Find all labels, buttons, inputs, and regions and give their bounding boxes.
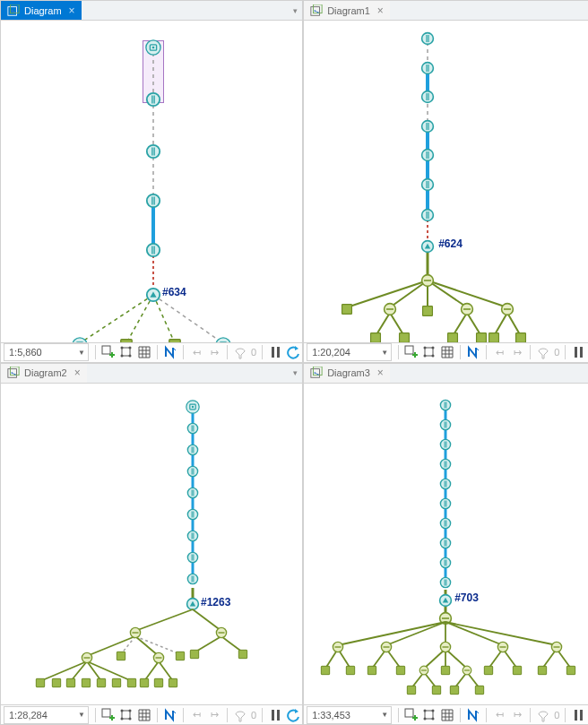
filter-count: 0 [249,347,258,358]
close-icon[interactable]: × [377,367,384,378]
scale-combo[interactable]: 1:33,453▼ [307,706,392,724]
pause-icon [571,709,585,721]
filter-count: 0 [249,710,258,721]
add-features-button[interactable] [402,343,420,361]
pause-icon [571,346,585,358]
tab-diagram3[interactable]: Diagram3 × [304,364,390,383]
svg-line-79 [445,649,467,669]
align-vertices-button[interactable] [117,706,135,724]
step-forward-button[interactable]: ↦ [508,343,526,361]
refresh-button[interactable] [284,706,302,724]
grid-button[interactable] [135,343,153,361]
close-icon[interactable]: × [74,367,81,378]
diagram-graph [1,384,302,705]
svg-line-42 [428,281,467,307]
svg-line-71 [445,622,503,645]
tab-label: Diagram1 [327,5,370,16]
diagram-icon [7,367,20,379]
step-back-button[interactable]: ↤ [490,706,508,724]
pause-icon [268,709,282,721]
svg-line-63 [159,661,173,681]
tab-label: Diagram3 [327,367,370,378]
step-forward-button[interactable]: ↦ [508,706,526,724]
chevron-down-icon: ▼ [381,711,388,719]
pause-button[interactable] [569,343,587,361]
diagram-canvas[interactable]: #624 [304,21,588,342]
align-vertices-button[interactable] [420,706,438,724]
diagram-graph [304,384,588,705]
pane-menu-button[interactable]: ▾ [288,364,302,383]
svg-line-52 [135,609,193,631]
scale-combo[interactable]: 1:20,204▼ [307,343,392,361]
svg-line-55 [135,636,159,656]
svg-line-30 [153,295,223,342]
numeric-n-button[interactable] [464,343,482,361]
step-back-button[interactable]: ↤ [490,343,508,361]
chevron-down-icon: ▼ [78,711,85,719]
statusbar: 1:28,284▼ ↤ ↦ 0 [1,704,302,724]
svg-line-65 [135,636,180,654]
svg-line-40 [390,281,428,307]
diagram-icon [310,4,323,17]
filter-button[interactable] [231,706,249,724]
filter-count: 0 [552,347,561,358]
grid-button[interactable] [438,343,456,361]
tabstrip: Diagram3 × ▾ [304,364,588,384]
numeric-n-button[interactable] [464,706,482,724]
diagram-quad-grid: Diagram × ▾ [0,0,588,725]
filter-button[interactable] [534,343,552,361]
filter-count: 0 [552,710,561,721]
tab-diagram1[interactable]: Diagram1 × [304,1,390,20]
filter-button[interactable] [231,343,249,361]
tab-label: Diagram [24,5,62,16]
add-features-button[interactable] [99,343,117,361]
scale-value: 1:28,284 [9,710,48,721]
pause-button[interactable] [569,706,587,724]
grid-button[interactable] [438,706,456,724]
step-back-button[interactable]: ↤ [187,343,205,361]
pane-menu-button[interactable]: ▾ [288,1,302,20]
pane-diagram: Diagram × ▾ [0,0,303,363]
svg-line-68 [338,622,445,645]
diagram-canvas[interactable]: #634 [1,21,302,342]
refresh-button[interactable] [284,343,302,361]
step-forward-button[interactable]: ↦ [205,343,223,361]
tab-diagram2[interactable]: Diagram2 × [1,364,87,383]
diagram-canvas[interactable]: #1263 [1,384,302,705]
step-back-button[interactable]: ↤ [187,706,205,724]
svg-line-58 [40,661,87,681]
svg-line-28 [126,295,153,342]
close-icon[interactable]: × [69,5,75,16]
pause-button[interactable] [266,706,284,724]
svg-line-62 [144,661,159,681]
align-vertices-button[interactable] [117,343,135,361]
scale-combo[interactable]: 1:5,860▼ [4,343,89,361]
add-features-button[interactable] [402,706,420,724]
diagram-canvas[interactable]: #703 [304,384,588,705]
step-forward-button[interactable]: ↦ [205,706,223,724]
numeric-n-button[interactable] [161,343,179,361]
add-features-button[interactable] [99,706,117,724]
chevron-down-icon: ▼ [381,349,388,357]
pause-icon [268,346,282,358]
statusbar: 1:5,860▼ ↤ ↦ 0 [1,342,302,362]
chevron-down-icon: ▼ [78,349,85,357]
pause-button[interactable] [266,343,284,361]
scale-value: 1:5,860 [9,347,42,358]
tabstrip: Diagram2 × ▾ [1,364,302,384]
statusbar: 1:20,204▼ ↤ ↦ 0 [304,342,588,362]
pane-diagram3: Diagram3 × ▾ [303,363,588,726]
numeric-n-button[interactable] [161,706,179,724]
tabstrip: Diagram1 × ▾ [304,1,588,21]
svg-line-53 [193,609,221,631]
diagram-icon [7,4,20,17]
tab-diagram[interactable]: Diagram × [1,1,82,20]
tabstrip: Diagram × ▾ [1,1,302,21]
svg-line-29 [153,295,175,342]
grid-button[interactable] [135,706,153,724]
scale-value: 1:20,204 [312,347,350,358]
filter-button[interactable] [534,706,552,724]
scale-combo[interactable]: 1:28,284▼ [4,706,89,724]
close-icon[interactable]: × [377,5,384,16]
align-vertices-button[interactable] [420,343,438,361]
